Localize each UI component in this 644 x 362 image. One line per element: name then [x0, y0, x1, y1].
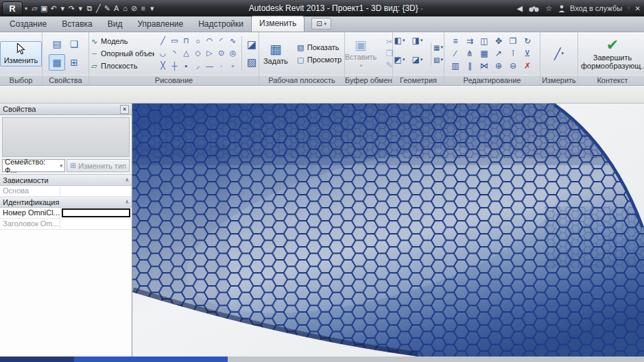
property-row[interactable]: Номер OmniCl...	[0, 208, 132, 219]
draw-mode[interactable]: ▱ Плоскость	[88, 60, 154, 72]
sign-in-caret-icon[interactable]: ▾	[628, 5, 630, 11]
draw-tool[interactable]: ◞	[192, 60, 204, 71]
drawing-area[interactable]	[132, 104, 644, 357]
3d-hex-mass-model[interactable]	[132, 104, 644, 357]
section-identity[interactable]: Идентификация ∧	[0, 197, 132, 208]
qat-icon[interactable]: ⌂	[121, 2, 130, 14]
favorites-star-icon[interactable]: ☆	[544, 2, 553, 14]
section-constraints[interactable]: Зависимости ∧	[0, 175, 132, 186]
editing-tool[interactable]: ↻	[521, 35, 534, 47]
panel-label-editing[interactable]: Редактирование	[444, 75, 540, 85]
ribbon-tab[interactable]: Вставка	[54, 16, 100, 32]
draw-tool[interactable]: ╳	[157, 60, 169, 71]
close-icon[interactable]: ✕	[635, 5, 641, 12]
draw-mode[interactable]: ∿ Модель	[88, 36, 154, 47]
editing-tool[interactable]: ⊕	[492, 60, 505, 71]
edit-type-button[interactable]: ⊞ Изменить тип	[67, 159, 130, 172]
qat-icon[interactable]: ╱	[94, 2, 103, 14]
panel-label-measure[interactable]: Измерить	[540, 75, 577, 85]
geometry-tool[interactable]: ◨ ▾	[411, 35, 424, 47]
property-row[interactable]: Основа	[0, 186, 132, 197]
draw-surface-tool[interactable]: ▨	[244, 54, 259, 71]
panel-label-clipboard[interactable]: Буфер обмена	[345, 75, 392, 85]
draw-tool[interactable]: ·	[215, 60, 227, 71]
properties-tool[interactable]: ⊞	[66, 54, 82, 71]
paste-button[interactable]: ▣ Вставить ▾	[342, 36, 381, 71]
editing-tool[interactable]: ∥	[464, 60, 477, 71]
clipboard-tool[interactable]: ✂	[383, 36, 396, 48]
panel-label-select[interactable]: Выбор	[0, 75, 42, 85]
ribbon-tab[interactable]: Вид	[100, 16, 130, 32]
property-value-input[interactable]	[62, 208, 130, 217]
qat-icon[interactable]: ⧉	[85, 2, 94, 14]
qat-icon[interactable]: ↷	[67, 2, 76, 14]
qat-icon[interactable]: ▣	[39, 2, 49, 14]
ribbon-tab[interactable]: Изменить	[251, 16, 305, 32]
properties-tool[interactable]: ❏	[66, 36, 82, 52]
draw-tool[interactable]: ▭	[169, 35, 180, 47]
editing-tool[interactable]: ✗	[521, 60, 534, 71]
draw-tool[interactable]: ┼	[169, 60, 180, 71]
qat-icon[interactable]: ⊘	[130, 2, 139, 14]
sign-in-label[interactable]: Вход в службы	[570, 4, 622, 12]
application-menu-caret-icon[interactable]: ▾	[25, 5, 27, 12]
application-menu-button[interactable]: R	[2, 1, 23, 15]
geometry-side-tool[interactable]: ▦ ▾	[433, 43, 444, 53]
qat-icon[interactable]: ✎	[103, 2, 112, 14]
draw-tool[interactable]: ╱	[157, 35, 169, 47]
panel-label-geometry[interactable]: Геометрия	[393, 75, 444, 85]
editing-tool[interactable]: ⋈	[478, 60, 491, 71]
draw-tool[interactable]: ⊙	[215, 47, 227, 59]
draw-tool[interactable]: ◎	[227, 47, 239, 59]
draw-tool[interactable]: ◜	[215, 35, 227, 47]
clipboard-tool[interactable]: ❐	[383, 48, 396, 60]
editing-tool[interactable]: ⇉	[464, 35, 477, 47]
editing-tool[interactable]: ↗	[492, 47, 505, 59]
draw-tool[interactable]: ◝	[169, 47, 180, 59]
qat-icon[interactable]: ↶	[49, 2, 58, 14]
measure-tool[interactable]: ╱ ▾	[550, 45, 568, 62]
editing-tool[interactable]: ❐	[507, 35, 520, 47]
editing-tool[interactable]: ⋔	[464, 47, 477, 59]
ribbon-tab[interactable]: Управление	[130, 16, 191, 32]
qat-icon[interactable]: A	[112, 2, 121, 14]
editing-tool[interactable]: ▦	[478, 47, 491, 59]
draw-tool[interactable]: ▫	[227, 60, 239, 71]
editing-tool[interactable]: ▥	[449, 60, 462, 71]
draw-tool[interactable]: ◇	[192, 47, 204, 59]
editing-tool[interactable]: ⊺	[507, 47, 520, 59]
draw-tool[interactable]: ○	[192, 35, 204, 47]
panel-label-context[interactable]: Контекст	[578, 75, 644, 85]
panel-label-properties[interactable]: Свойства	[43, 75, 88, 85]
qat-icon[interactable]: ▾	[147, 2, 156, 14]
clipboard-tool[interactable]: ✎	[383, 60, 396, 71]
editing-tool[interactable]: ✥	[492, 35, 505, 47]
editing-tool[interactable]: ≡	[449, 35, 462, 47]
workplane-button[interactable]: ▧ Показать	[294, 43, 344, 53]
panel-label-workplane[interactable]: Рабочая плоскость	[259, 75, 344, 85]
search-binoculars-icon[interactable]	[529, 5, 539, 12]
family-select[interactable]: Семейство: Ф... ▾	[2, 159, 65, 172]
properties-tool[interactable]: ▤	[49, 36, 65, 52]
editing-tool[interactable]: ⊻	[521, 47, 534, 59]
draw-tool[interactable]: —	[204, 60, 215, 71]
editing-tool[interactable]: ◫	[478, 35, 491, 47]
qat-icon[interactable]: ▾	[58, 2, 67, 14]
recent-docs-caret-icon[interactable]: ▾	[420, 6, 423, 12]
geometry-side-tool[interactable]: ▧ ▾	[433, 55, 444, 65]
properties-tool[interactable]: ▦	[49, 54, 65, 71]
back-icon[interactable]: ◀	[515, 2, 524, 14]
qat-icon[interactable]: ▾	[76, 2, 85, 14]
editing-tool[interactable]: ∕	[449, 47, 462, 59]
qat-icon[interactable]: ≡	[139, 2, 147, 14]
draw-tool[interactable]: ◠	[204, 35, 215, 47]
draw-tool[interactable]: ▷	[204, 47, 215, 59]
draw-tool[interactable]: ◡	[157, 47, 169, 59]
draw-tool[interactable]: ⊓	[180, 35, 192, 47]
modify-state-selector[interactable]: ⊡ ▾	[311, 18, 331, 29]
workplane-button[interactable]: ▢ Просмотр	[294, 55, 344, 65]
finish-mass-button[interactable]: ✔ Завершить формообразующ...	[580, 37, 644, 71]
editing-tool[interactable]: ⊖	[507, 60, 520, 71]
panel-label-draw[interactable]: Рисование	[89, 75, 259, 85]
property-row[interactable]: Заголовок Om...	[0, 219, 132, 230]
